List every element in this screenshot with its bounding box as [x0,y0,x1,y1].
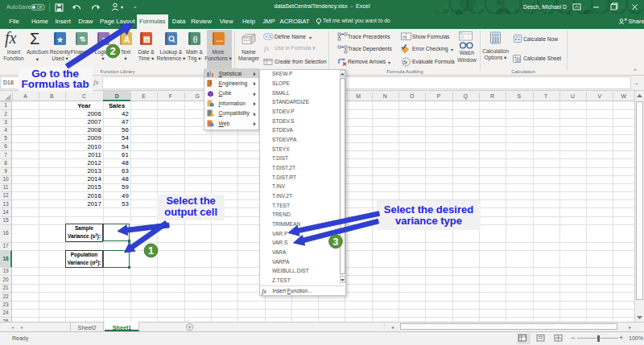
svg-text:3: 3 [333,236,339,248]
svg-text:2: 2 [110,46,116,57]
svg-text:1: 1 [148,245,154,257]
